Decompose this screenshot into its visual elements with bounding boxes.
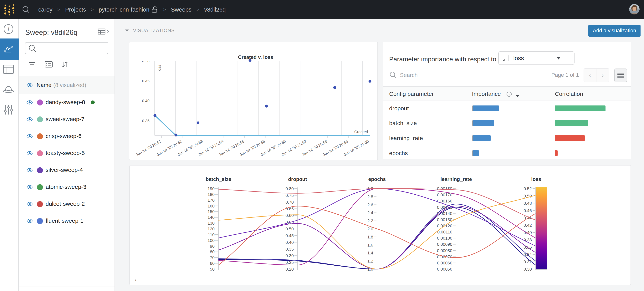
svg-text:110: 110 <box>208 232 214 237</box>
svg-text:0.30: 0.30 <box>286 253 294 258</box>
svg-text:120: 120 <box>208 226 214 231</box>
svg-text:batch_size: batch_size <box>206 176 231 182</box>
svg-text:0.45: 0.45 <box>286 233 294 238</box>
svg-text:epochs: epochs <box>368 176 386 182</box>
svg-text:0.38: 0.38 <box>524 238 532 242</box>
svg-text:0.40: 0.40 <box>142 99 150 103</box>
svg-text:0.20: 0.20 <box>286 267 294 272</box>
svg-text:0.00110: 0.00110 <box>437 230 452 234</box>
svg-text:170: 170 <box>208 198 214 203</box>
svg-text:1.6: 1.6 <box>367 243 373 248</box>
svg-text:dropout: dropout <box>288 176 307 182</box>
svg-text:0.30: 0.30 <box>524 267 532 272</box>
svg-text:0.40: 0.40 <box>286 240 294 245</box>
svg-text:180: 180 <box>208 192 214 197</box>
svg-text:0.60: 0.60 <box>286 213 294 218</box>
svg-text:80: 80 <box>210 250 214 254</box>
svg-text:100: 100 <box>208 238 214 243</box>
svg-text:2.8: 2.8 <box>367 194 373 199</box>
svg-text:1.4: 1.4 <box>367 250 373 256</box>
svg-text:0.32: 0.32 <box>524 260 532 264</box>
svg-text:0.52: 0.52 <box>524 186 532 191</box>
svg-text:0.50: 0.50 <box>142 59 150 63</box>
svg-text:0.70: 0.70 <box>286 200 294 204</box>
svg-text:loss: loss <box>531 176 541 182</box>
svg-text:0.35: 0.35 <box>286 247 294 252</box>
svg-text:60: 60 <box>210 261 214 266</box>
svg-text:0.00100: 0.00100 <box>437 236 452 240</box>
svg-text:loss: loss <box>157 65 162 72</box>
svg-text:i: i <box>8 26 9 32</box>
svg-text:0.35: 0.35 <box>142 119 150 123</box>
svg-text:2.2: 2.2 <box>367 218 373 223</box>
svg-text:0.00060: 0.00060 <box>437 260 452 266</box>
svg-text:Created: Created <box>354 130 368 134</box>
svg-text:150: 150 <box>208 209 214 214</box>
svg-text:130: 130 <box>208 221 214 226</box>
svg-text:,: , <box>135 275 136 282</box>
svg-text:0.00130: 0.00130 <box>437 217 452 222</box>
svg-text:190: 190 <box>208 186 214 191</box>
svg-text:160: 160 <box>208 204 214 208</box>
svg-text:0.80: 0.80 <box>286 186 294 191</box>
svg-text:0.00080: 0.00080 <box>437 248 452 253</box>
svg-text:0.42: 0.42 <box>524 223 532 228</box>
svg-text:learning_rate: learning_rate <box>440 176 472 182</box>
svg-text:0.00050: 0.00050 <box>437 267 452 272</box>
svg-text:0.50: 0.50 <box>286 226 294 231</box>
svg-text:140: 140 <box>208 215 214 220</box>
svg-text:50: 50 <box>210 267 214 272</box>
svg-text:0.46: 0.46 <box>524 208 532 213</box>
svg-text:2.6: 2.6 <box>367 202 373 207</box>
svg-text:0.00160: 0.00160 <box>437 198 452 204</box>
svg-text:0.00180: 0.00180 <box>437 186 452 191</box>
svg-text:70: 70 <box>210 255 214 260</box>
svg-text:0.75: 0.75 <box>286 193 294 198</box>
svg-text:1.8: 1.8 <box>367 234 373 240</box>
svg-text:0.48: 0.48 <box>524 201 532 206</box>
svg-text:2.4: 2.4 <box>367 210 373 215</box>
svg-text:1.2: 1.2 <box>367 259 373 264</box>
svg-text:90: 90 <box>210 244 214 249</box>
svg-text:Created v. loss: Created v. loss <box>238 54 273 60</box>
svg-text:0.45: 0.45 <box>142 79 150 83</box>
svg-text:0.00090: 0.00090 <box>437 242 452 247</box>
svg-text:0.40: 0.40 <box>524 230 532 235</box>
